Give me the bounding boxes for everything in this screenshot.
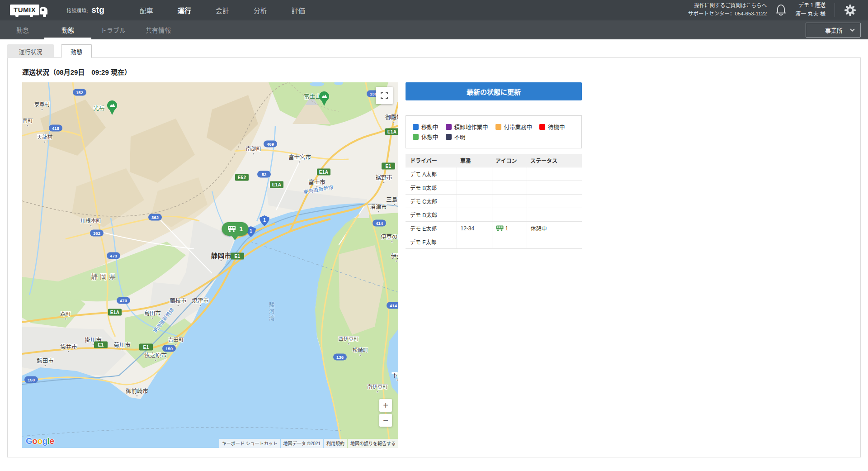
map-label-city: 牧之原市: [144, 351, 167, 359]
driver-cell: デモ D太郎: [406, 208, 457, 222]
route-shield: 152: [73, 89, 86, 96]
nav-item-kaikei[interactable]: 会計: [216, 5, 229, 15]
map-fullscreen-button[interactable]: [376, 87, 393, 104]
status-cell: [527, 195, 582, 208]
map-label-dot: [92, 344, 94, 346]
map-label-city: 御前崎市: [126, 386, 148, 395]
support-line1: 操作に関するご質問はこちらへ: [688, 2, 767, 10]
page-body: 運行状況動態 運送状況（08月29日 09:29 現在）: [0, 39, 868, 457]
route-shield: 418: [49, 125, 62, 132]
driver-row[interactable]: デモ E太郎12-341休憩中: [406, 222, 582, 235]
app-logo-text: TUMIX: [10, 5, 39, 15]
map-label-dot: [396, 260, 398, 262]
route-shield: E1: [139, 344, 153, 351]
legend-color-swatch: [446, 134, 452, 140]
route-shield: 414: [387, 302, 398, 309]
map-label-city: 焼津市: [192, 296, 209, 304]
driver-cell: デモ C太郎: [406, 195, 457, 208]
subnav-item-trouble[interactable]: トラブル: [90, 20, 136, 39]
map-label-dot: [299, 161, 301, 163]
driver-row[interactable]: デモ A太郎: [406, 167, 582, 181]
vehicle-marker[interactable]: 1: [222, 222, 249, 244]
legend-color-swatch: [413, 124, 419, 130]
legend-color-swatch: [495, 124, 501, 130]
page-title: 運送状況（08月29日 09:29 現在）: [22, 67, 853, 76]
map-label-city: 三島市: [386, 195, 398, 204]
driver-row[interactable]: デモ B太郎: [406, 181, 582, 195]
map-label-city: 掛川市: [85, 335, 102, 344]
nav-item-hyouka[interactable]: 評価: [292, 5, 305, 15]
legend-label: 待機中: [548, 123, 565, 131]
map-overlays: 泰阜村南町天龍村光岳富士山御殿場南部町富士宮市富士市裾野市三島市沼津市静岡市静岡…: [22, 82, 398, 448]
attribution-link[interactable]: キーボード ショートカット: [219, 439, 280, 448]
truck-wheel-icon: [15, 14, 19, 17]
sub-nav-items: 勤怠動態トラブル共有情報: [0, 20, 181, 39]
svg-text:1: 1: [263, 218, 266, 223]
route-shield: E1A: [317, 169, 330, 176]
status-side-panel: 最新の状態に更新 移動中積卸地作業中付帯業務中待機中 休憩中不明 ドライバー車番…: [406, 82, 582, 448]
office-selector[interactable]: 事業所: [806, 23, 861, 38]
route-shield: 362: [148, 214, 162, 221]
subnav-item-doutai[interactable]: 動態: [45, 20, 90, 39]
nav-item-bunseki[interactable]: 分析: [254, 5, 267, 15]
google-logo-letter: e: [49, 436, 54, 446]
map-zoom-in-button[interactable]: +: [379, 399, 392, 412]
truck-icon: [496, 225, 504, 231]
status-cell: [527, 208, 582, 222]
tab-doutai[interactable]: 動態: [61, 44, 92, 58]
driver-row[interactable]: デモ F太郎: [406, 235, 582, 249]
map-label-town: 南伊豆町: [367, 383, 388, 390]
legend-item: 移動中: [413, 123, 439, 131]
map-label-dot: [377, 391, 379, 393]
subnav-item-kintai[interactable]: 勤怠: [0, 20, 45, 39]
route-shield: 473: [107, 252, 120, 259]
vehicle-icon-cell: [492, 181, 527, 195]
chevron-down-icon: [850, 29, 855, 32]
svg-text:1: 1: [250, 228, 252, 233]
driver-row[interactable]: デモ C太郎: [406, 195, 582, 208]
legend-label: 積卸地作業中: [454, 123, 488, 131]
map-label-dot: [41, 109, 43, 111]
map-label-city: 磐田市: [37, 356, 54, 365]
user-info[interactable]: デモ１運送 濱一 丸夫 様: [795, 1, 826, 19]
map-label-city: 御殿場: [385, 113, 398, 121]
attribution-link[interactable]: 利用規約: [324, 439, 347, 448]
route-shield: 150: [162, 345, 176, 352]
map-label-mtn: 富士山: [304, 92, 321, 100]
column-header: 車番: [457, 154, 492, 167]
map-label-dot: [90, 225, 92, 227]
notifications-bell-button[interactable]: [776, 4, 786, 16]
map-label-dot: [65, 318, 67, 320]
driver-row[interactable]: デモ D太郎: [406, 208, 582, 222]
legend-label: 休憩中: [421, 133, 439, 141]
vehicle-number-cell: [457, 167, 492, 181]
truck-wheel-icon: [30, 14, 33, 17]
header-divider: [835, 3, 835, 17]
status-cell: [527, 235, 582, 249]
settings-gear-button[interactable]: [844, 4, 856, 16]
map-label-dot: [377, 211, 380, 213]
legend-item: 待機中: [539, 123, 565, 131]
support-contact-link[interactable]: 操作に関するご質問はこちらへ サポートセンター：054-653-1122: [688, 2, 767, 18]
app-logo[interactable]: TUMIX: [10, 5, 47, 15]
map-label-town: 松崎町: [353, 346, 368, 353]
map-zoom-out-button[interactable]: −: [379, 414, 392, 427]
map-label-dot: [220, 260, 222, 262]
vehicle-marker-tail: [231, 235, 239, 244]
map[interactable]: 泰阜村南町天龍村光岳富士山御殿場南部町富士宮市富士市裾野市三島市沼津市静岡市静岡…: [22, 82, 398, 448]
map-label-dot: [155, 359, 157, 362]
refresh-button[interactable]: 最新の状態に更新: [406, 82, 582, 100]
truck-wheel-icon: [43, 14, 46, 17]
google-logo[interactable]: Google: [26, 436, 54, 446]
map-attribution: キーボード ショートカット地図データ ©2021利用規約地図の誤りを報告する: [219, 439, 398, 448]
map-label-city: 裾野市: [375, 173, 392, 181]
gear-icon: [844, 4, 856, 16]
tab-unkou-joukyou[interactable]: 運行状況: [7, 44, 54, 58]
attribution-link[interactable]: 地図の誤りを報告する: [348, 439, 398, 448]
subnav-item-kyouyuu-jouhou[interactable]: 共有情報: [136, 20, 181, 39]
nav-item-unkou[interactable]: 運行: [178, 5, 191, 15]
nav-item-haisha[interactable]: 配車: [140, 5, 153, 15]
status-cell: [527, 167, 582, 181]
legend-item: 付帯業務中: [495, 123, 533, 131]
map-label-dot: [44, 141, 46, 143]
